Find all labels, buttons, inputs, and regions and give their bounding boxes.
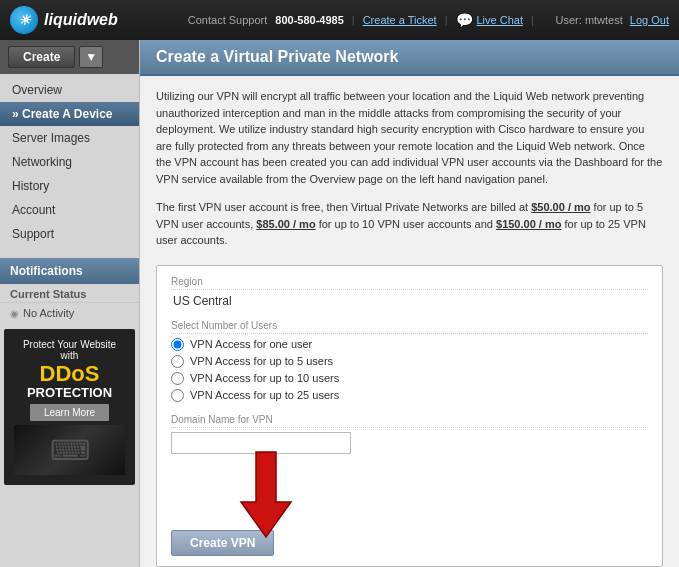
domain-label: Domain Name for VPN bbox=[171, 414, 648, 428]
main-page-header: Create a Virtual Private Network bbox=[140, 40, 679, 76]
chat-icon: 💬 bbox=[456, 12, 473, 28]
price2-suffix: for up to 10 VPN user accounts and bbox=[319, 218, 493, 230]
ddos-protect-text: Protect Your Website with bbox=[14, 339, 125, 361]
create-ticket-link[interactable]: Create a Ticket bbox=[363, 14, 437, 26]
radio-label-1: VPN Access for one user bbox=[190, 338, 312, 350]
main-body: Utilizing our VPN will encrypt all traff… bbox=[140, 76, 679, 567]
region-label: Region bbox=[171, 276, 648, 290]
price3: $150.00 / mo bbox=[496, 218, 561, 230]
contact-support-label: Contact Support bbox=[188, 14, 268, 26]
logo-area: ☀ liquidweb bbox=[10, 6, 118, 34]
region-value: US Central bbox=[173, 294, 648, 308]
radio-input-10[interactable] bbox=[171, 372, 184, 385]
separator2: | bbox=[445, 14, 448, 26]
sidebar-item-account[interactable]: Account bbox=[0, 198, 139, 222]
sidebar-item-server-images[interactable]: Server Images bbox=[0, 126, 139, 150]
live-chat-area: 💬 Live Chat bbox=[456, 12, 523, 28]
radio-input-1[interactable] bbox=[171, 338, 184, 351]
form-area: Region US Central Select Number of Users… bbox=[156, 265, 663, 567]
sidebar-nav: Overview Create A Device Server Images N… bbox=[0, 74, 139, 250]
radio-5users[interactable]: VPN Access for up to 5 users bbox=[171, 355, 648, 368]
radio-label-5: VPN Access for up to 5 users bbox=[190, 355, 333, 367]
price1: $50.00 / mo bbox=[531, 201, 590, 213]
phone-number: 800-580-4985 bbox=[275, 14, 344, 26]
pricing-text: The first VPN user account is free, then… bbox=[156, 199, 663, 249]
ddos-banner: Protect Your Website with DDoS PROTECTIO… bbox=[4, 329, 135, 485]
learn-more-button[interactable]: Learn More bbox=[30, 404, 109, 421]
notifications-section: Notifications Current Status ◉ No Activi… bbox=[0, 258, 139, 323]
radio-label-10: VPN Access for up to 10 users bbox=[190, 372, 339, 384]
logo-icon: ☀ bbox=[10, 6, 38, 34]
sidebar-item-create-device[interactable]: Create A Device bbox=[0, 102, 139, 126]
separator3: | bbox=[531, 14, 534, 26]
ddos-subtitle: PROTECTION bbox=[14, 385, 125, 400]
radio-1user[interactable]: VPN Access for one user bbox=[171, 338, 648, 351]
sidebar: Create ▼ Overview Create A Device Server… bbox=[0, 40, 140, 567]
description-text: Utilizing our VPN will encrypt all traff… bbox=[156, 88, 663, 187]
radio-25users[interactable]: VPN Access for up to 25 users bbox=[171, 389, 648, 402]
radio-label-25: VPN Access for up to 25 users bbox=[190, 389, 339, 401]
activity-icon: ◉ bbox=[10, 308, 19, 319]
radio-input-25[interactable] bbox=[171, 389, 184, 402]
live-chat-link[interactable]: Live Chat bbox=[477, 14, 523, 26]
ddos-image: ⌨ bbox=[14, 425, 125, 475]
pricing-intro: The first VPN user account is free, then… bbox=[156, 201, 528, 213]
layout: Create ▼ Overview Create A Device Server… bbox=[0, 40, 679, 567]
logo-text: liquidweb bbox=[44, 11, 118, 29]
user-info: User: mtwtest Log Out bbox=[556, 14, 669, 26]
region-field: Region US Central bbox=[171, 276, 648, 308]
header: ☀ liquidweb Contact Support 800-580-4985… bbox=[0, 0, 679, 40]
header-nav: Contact Support 800-580-4985 | Create a … bbox=[188, 12, 669, 28]
no-activity: ◉ No Activity bbox=[0, 303, 139, 323]
notifications-header: Notifications bbox=[0, 258, 139, 284]
separator1: | bbox=[352, 14, 355, 26]
sidebar-item-overview[interactable]: Overview bbox=[0, 78, 139, 102]
domain-input-area bbox=[171, 432, 351, 454]
radio-group: VPN Access for one user VPN Access for u… bbox=[171, 338, 648, 402]
current-status-label: Current Status bbox=[0, 284, 139, 303]
domain-field: Domain Name for VPN bbox=[171, 414, 648, 454]
users-label: Select Number of Users bbox=[171, 320, 648, 334]
create-button[interactable]: Create bbox=[8, 46, 75, 68]
create-btn-area: Create ▼ bbox=[0, 40, 139, 74]
create-dropdown-arrow[interactable]: ▼ bbox=[79, 46, 103, 68]
sidebar-item-history[interactable]: History bbox=[0, 174, 139, 198]
radio-10users[interactable]: VPN Access for up to 10 users bbox=[171, 372, 648, 385]
red-arrow-indicator bbox=[221, 442, 311, 542]
ddos-title: DDoS bbox=[14, 363, 125, 385]
svg-marker-0 bbox=[241, 452, 291, 537]
price2: $85.00 / mo bbox=[256, 218, 315, 230]
users-field: Select Number of Users VPN Access for on… bbox=[171, 320, 648, 402]
username-label: User: mtwtest bbox=[556, 14, 623, 26]
sidebar-item-support[interactable]: Support bbox=[0, 222, 139, 246]
logout-link[interactable]: Log Out bbox=[630, 14, 669, 26]
sidebar-item-networking[interactable]: Networking bbox=[0, 150, 139, 174]
main-content: Create a Virtual Private Network Utilizi… bbox=[140, 40, 679, 567]
radio-input-5[interactable] bbox=[171, 355, 184, 368]
no-activity-text: No Activity bbox=[23, 307, 74, 319]
description1: Utilizing our VPN will encrypt all traff… bbox=[156, 90, 662, 185]
